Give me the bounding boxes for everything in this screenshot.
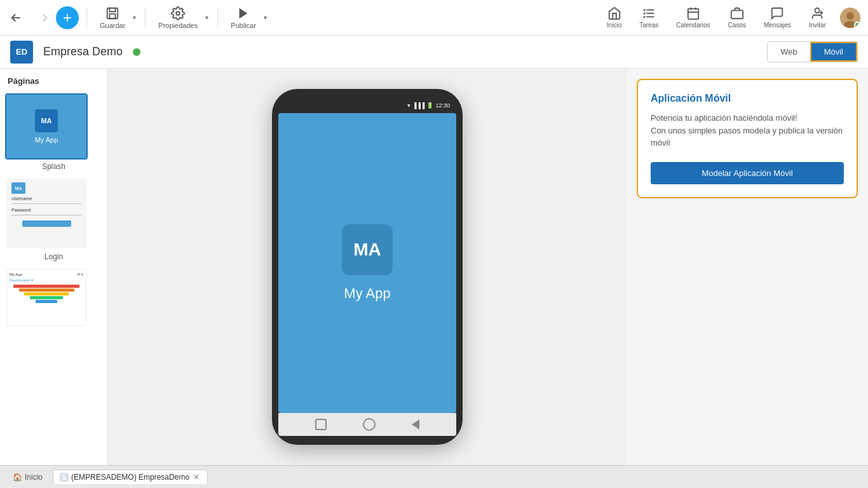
svg-marker-2	[240, 8, 248, 18]
toolbar-left: + Guardar ▾ Propiedades ▾ Publicar	[8, 4, 600, 32]
publish-chevron[interactable]: ▾	[262, 13, 268, 22]
invitar-btn[interactable]: Invitar	[805, 4, 830, 31]
main-content: Páginas MA My App Splash MA Username Pas…	[0, 69, 868, 465]
splash-thumb-title: My App	[35, 136, 58, 144]
toolbar: + Guardar ▾ Propiedades ▾ Publicar	[0, 0, 868, 36]
desc-line-2: Con unos simples pasos modela y publica …	[651, 126, 843, 148]
mensajes-btn[interactable]: Mensajes	[760, 4, 795, 31]
casos-label: Casos	[728, 22, 746, 29]
publish-button[interactable]: Publicar	[226, 4, 261, 32]
username-label: Username	[11, 196, 81, 201]
phone-status-bar: ▾ ▐▐▐ 🔋 12:30	[278, 98, 456, 113]
username-line	[11, 203, 81, 204]
login-label: Login	[5, 252, 102, 261]
time-display: 12:30	[435, 102, 450, 109]
home-tab[interactable]: 🏠 Inicio	[5, 470, 50, 484]
tareas-btn[interactable]: Tareas	[635, 4, 662, 31]
tareas-label: Tareas	[639, 22, 658, 29]
company-name: Empresa Demo	[43, 45, 123, 58]
funnel-bar-1	[13, 285, 79, 288]
toolbar-right: Inicio Tareas Calendarios Casos Mensajes…	[603, 4, 860, 31]
web-view-btn[interactable]: Web	[768, 42, 810, 62]
splash-thumb-content: MA My App	[6, 95, 86, 158]
sub-header: ED Empresa Demo Web Móvil	[0, 36, 868, 69]
mobile-app-title: Aplicación Móvil	[651, 93, 844, 104]
dash-app-label: My App	[10, 273, 22, 276]
svg-point-1	[177, 11, 180, 15]
splash-label: Splash	[5, 162, 102, 171]
page-thumb-login[interactable]: MA Username Password	[5, 177, 88, 250]
calendarios-btn[interactable]: Calendarios	[672, 4, 714, 31]
save-button[interactable]: Guardar	[95, 4, 130, 32]
login-badge: MA	[11, 182, 25, 194]
forward-btn[interactable]	[32, 8, 51, 27]
properties-label: Propiedades	[158, 22, 198, 29]
user-avatar[interactable]	[840, 8, 860, 28]
online-indicator	[854, 22, 860, 28]
phone-recent-btn[interactable]	[315, 419, 327, 430]
phone-status-icons: ▾ ▐▐▐ 🔋 12:30	[407, 102, 450, 109]
funnel-bar-3	[24, 292, 69, 295]
phone-app-name: My App	[344, 285, 390, 302]
properties-button[interactable]: Propiedades	[153, 4, 203, 32]
calendarios-label: Calendarios	[676, 22, 710, 29]
add-button[interactable]: +	[56, 6, 79, 29]
casos-btn[interactable]: Casos	[724, 4, 750, 31]
sidebar: Páginas MA My App Splash MA Username Pas…	[0, 69, 108, 465]
divider-1	[86, 8, 87, 28]
svg-rect-6	[688, 9, 699, 20]
dash-thumb-content: My App ↺ ≡ Dashboards ▾	[6, 269, 86, 326]
login-thumb-content: MA Username Password	[6, 179, 86, 248]
home-icon: 🏠	[13, 473, 22, 482]
save-chevron[interactable]: ▾	[132, 13, 137, 22]
page-thumb-splash[interactable]: MA My App	[5, 93, 88, 159]
password-label: Password	[11, 208, 81, 212]
divider-2	[145, 8, 146, 28]
battery-icon: 🔋	[426, 102, 433, 109]
login-thumb-btn	[22, 220, 71, 227]
page-thumb-dashboard[interactable]: My App ↺ ≡ Dashboards ▾	[5, 268, 88, 327]
movil-view-btn[interactable]: Móvil	[810, 42, 857, 62]
mobile-app-card: Aplicación Móvil Potencia tu aplicación …	[637, 79, 858, 198]
phone-home-btn[interactable]	[363, 418, 376, 431]
phone-area: ▾ ▐▐▐ 🔋 12:30 MA My App	[108, 69, 627, 465]
company-badge: ED	[10, 41, 33, 64]
inicio-label: Inicio	[607, 22, 621, 29]
wifi-icon: ▾	[407, 102, 410, 109]
funnel-bar-4	[30, 296, 63, 299]
properties-group: Propiedades ▾	[153, 4, 210, 32]
sidebar-title: Páginas	[5, 76, 102, 86]
invitar-label: Invitar	[809, 22, 826, 29]
svg-rect-10	[731, 10, 743, 18]
close-tab-btn[interactable]: ✕	[192, 473, 201, 482]
publish-group: Publicar ▾	[226, 4, 268, 32]
phone-device: ▾ ▐▐▐ 🔋 12:30 MA My App	[272, 89, 463, 445]
save-label: Guardar	[100, 22, 125, 29]
phone-app-badge: MA	[342, 224, 393, 275]
mensajes-label: Mensajes	[764, 22, 791, 29]
tab-icon: 📄	[60, 473, 69, 482]
company-status-dot	[133, 48, 140, 56]
bottom-bar: 🏠 Inicio 📄 (EMPRESADEMO) EmpresaDemo ✕	[0, 465, 868, 488]
properties-chevron[interactable]: ▾	[204, 13, 210, 22]
phone-nav-bar	[278, 413, 456, 436]
save-group: Guardar ▾	[95, 4, 137, 32]
funnel-bar-5	[36, 300, 58, 303]
svg-point-11	[815, 8, 820, 13]
password-line	[11, 215, 81, 215]
phone-back-btn[interactable]	[412, 419, 419, 430]
divider-3	[217, 8, 218, 28]
mobile-app-description: Potencia tu aplicación haciéndola móvil!…	[651, 112, 844, 149]
empresa-tab[interactable]: 📄 (EMPRESADEMO) EmpresaDemo ✕	[53, 470, 208, 484]
dash-sub-label: Dashboards ▾	[10, 278, 83, 282]
right-panel: Aplicación Móvil Potencia tu aplicación …	[627, 69, 868, 465]
dash-funnel	[10, 285, 83, 303]
splash-badge: MA	[35, 109, 58, 132]
signal-icon: ▐▐▐	[412, 102, 424, 109]
publish-label: Publicar	[231, 22, 256, 29]
inicio-btn[interactable]: Inicio	[603, 4, 625, 31]
back-btn[interactable]	[8, 8, 27, 27]
tab-label: (EMPRESADEMO) EmpresaDemo	[71, 473, 189, 482]
desc-line-1: Potencia tu aplicación haciéndola móvil!	[651, 113, 797, 123]
model-mobile-btn[interactable]: Modelar Aplicación Móvil	[651, 162, 844, 184]
